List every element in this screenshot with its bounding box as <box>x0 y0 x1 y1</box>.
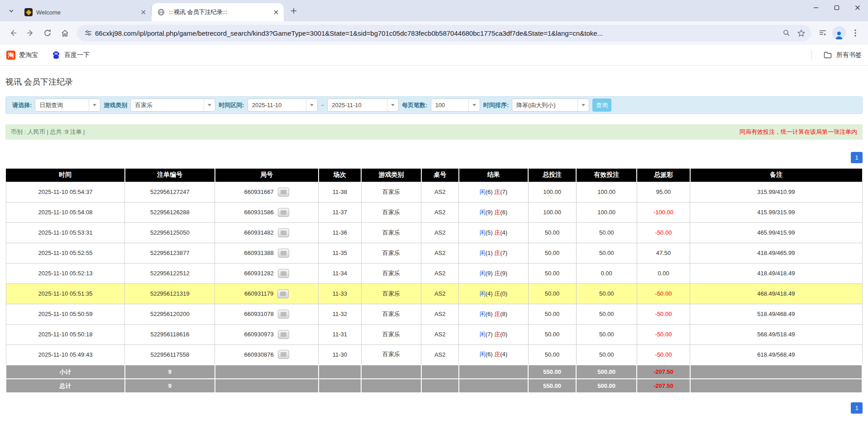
page-1-button[interactable]: 1 <box>851 402 863 414</box>
cell-result: 闲(5) 庄(4) <box>459 222 528 243</box>
tab-welcome[interactable]: Welcome <box>19 3 151 21</box>
header-note: 备注 <box>690 169 862 182</box>
tab-title: Welcome <box>36 9 136 16</box>
all-bookmarks[interactable]: 所有书签 <box>811 50 862 60</box>
round-detail-icon[interactable] <box>278 188 289 197</box>
footer-count: 9 <box>125 365 215 379</box>
cell-result: 闲(7) 庄(0) <box>459 324 528 344</box>
cell-total-bet[interactable]: 50.00 <box>528 304 576 324</box>
all-bookmarks-label: 所有书签 <box>836 51 862 59</box>
cell-payout: -50.00 <box>637 304 690 324</box>
url-text[interactable]: 66cxkj98.com/ipl/portal.php/game/betreco… <box>95 29 779 37</box>
banker-score: (9) <box>500 270 507 277</box>
cell-total-bet[interactable]: 100.00 <box>528 182 576 202</box>
page-title: 视讯 会员下注纪录 <box>5 76 863 87</box>
address-bar[interactable]: 66cxkj98.com/ipl/portal.php/game/betreco… <box>77 25 811 42</box>
round-detail-icon[interactable] <box>278 330 289 339</box>
date-to-dropdown[interactable]: 2025-11-10 <box>327 99 399 112</box>
summary-bar: 币别 : 人民币 | 总共 :9 注单 | 同局有效投注，统一计算在该局第一张注… <box>5 124 863 140</box>
bet-records-table: 时间 注单编号 局号 场次 游戏类别 桌号 结果 总投注 有效投注 总派彩 备注… <box>5 169 863 393</box>
range-tilde: ~ <box>321 102 324 108</box>
maximize-button[interactable] <box>826 0 847 15</box>
chevron-down-icon <box>577 99 589 111</box>
cell-note: 418.49/418.49 <box>690 263 862 283</box>
zoom-icon[interactable] <box>779 26 794 40</box>
game-type-dropdown[interactable]: 百家乐 <box>130 99 215 112</box>
footer-total-bet: 550.00 <box>528 365 576 379</box>
player-label: 闲 <box>480 290 486 297</box>
bookmark-taobao[interactable]: 淘 爱淘宝 <box>6 51 38 60</box>
bookmark-baidu[interactable]: 百度一下 <box>52 51 90 60</box>
cell-time: 2025-11-10 05:49:43 <box>6 344 125 365</box>
date-from-dropdown[interactable]: 2025-11-10 <box>248 99 318 112</box>
search-button[interactable]: 查询 <box>592 99 611 112</box>
query-type-dropdown[interactable]: 日期查询 <box>35 99 100 112</box>
table-footer: 小计 9 550.00 500.00 -207.50 总计 9 550.00 5… <box>6 365 862 393</box>
cell-time: 2025-11-10 05:54:37 <box>6 182 125 202</box>
tab-search-button[interactable] <box>5 4 18 18</box>
chevron-down-icon <box>204 99 215 111</box>
browser-menu-icon[interactable] <box>847 25 863 41</box>
page-1-button[interactable]: 1 <box>851 152 863 163</box>
banker-label: 庄 <box>494 331 500 338</box>
round-detail-icon[interactable] <box>278 228 289 237</box>
table-row: 2025-11-10 05:50:18 522956118616 6609309… <box>6 324 862 344</box>
footer-payout: -207.50 <box>637 365 690 379</box>
bookmark-label: 爱淘宝 <box>19 51 38 59</box>
header-bet-id: 注单编号 <box>125 169 215 182</box>
round-detail-icon[interactable] <box>277 289 289 298</box>
tab-close-icon[interactable] <box>272 8 280 16</box>
close-window-button[interactable] <box>847 0 868 15</box>
cell-total-bet[interactable]: 50.00 <box>528 263 576 283</box>
cell-total-bet[interactable]: 50.00 <box>528 324 576 344</box>
round-number: 660931179 <box>244 290 273 297</box>
cell-round: 660931282 <box>215 263 319 283</box>
per-page-dropdown[interactable]: 100 <box>431 99 480 112</box>
header-total-bet: 总投注 <box>528 169 576 182</box>
round-detail-icon[interactable] <box>278 310 289 319</box>
banker-label: 庄 <box>494 311 500 317</box>
round-detail-icon[interactable] <box>278 350 289 359</box>
cell-time: 2025-11-10 05:53:31 <box>6 222 125 243</box>
cell-total-bet[interactable]: 50.00 <box>528 243 576 263</box>
site-info-icon[interactable] <box>81 26 95 40</box>
reload-button[interactable] <box>39 24 56 42</box>
cell-bet-id: 522956121319 <box>125 283 215 304</box>
cell-note: 315.99/410.99 <box>690 182 862 202</box>
round-detail-icon[interactable] <box>278 269 289 278</box>
cell-game-type: 百家乐 <box>361 304 421 324</box>
round-detail-icon[interactable] <box>278 249 289 258</box>
forward-button[interactable] <box>22 24 39 42</box>
cell-session: 11-30 <box>319 344 362 365</box>
cell-note: 618.49/568.49 <box>690 344 862 365</box>
cell-total-bet[interactable]: 100.00 <box>528 202 576 222</box>
cell-session: 11-36 <box>319 222 362 243</box>
round-detail-icon[interactable] <box>278 208 289 217</box>
header-payout: 总派彩 <box>637 169 690 182</box>
cell-game-type: 百家乐 <box>361 283 421 304</box>
per-page-label: 每页笔数: <box>402 101 427 109</box>
tab-betrecord[interactable]: :::视讯 会员下注纪录::: <box>152 3 284 21</box>
tab-strip: Welcome :::视讯 会员下注纪录::: <box>0 0 868 21</box>
cell-valid-bet: 0.00 <box>576 263 637 283</box>
cell-total-bet[interactable]: 50.00 <box>528 222 576 243</box>
cell-valid-bet: 50.00 <box>576 324 637 344</box>
cell-total-bet[interactable]: 50.00 <box>528 283 576 304</box>
banker-label: 庄 <box>494 290 500 297</box>
profile-avatar[interactable] <box>831 25 847 41</box>
media-controls-icon[interactable] <box>815 25 831 41</box>
tab-close-icon[interactable] <box>139 8 148 16</box>
home-button[interactable] <box>56 24 73 42</box>
minimize-button[interactable] <box>806 0 826 15</box>
back-button[interactable] <box>5 24 22 42</box>
cell-table: AS2 <box>421 344 459 365</box>
cell-bet-id: 522956118616 <box>125 324 215 344</box>
cell-total-bet[interactable]: 50.00 <box>528 344 576 365</box>
game-type-label: 游戏类别 <box>104 101 127 109</box>
cell-note: 468.49/418.49 <box>690 283 862 304</box>
sort-dropdown[interactable]: 降幂(由大到小) <box>512 99 589 112</box>
new-tab-button[interactable] <box>287 5 300 17</box>
bookmark-star-icon[interactable] <box>794 26 808 40</box>
cell-result: 闲(6) 庄(8) <box>459 304 528 324</box>
cell-game-type: 百家乐 <box>361 222 421 243</box>
